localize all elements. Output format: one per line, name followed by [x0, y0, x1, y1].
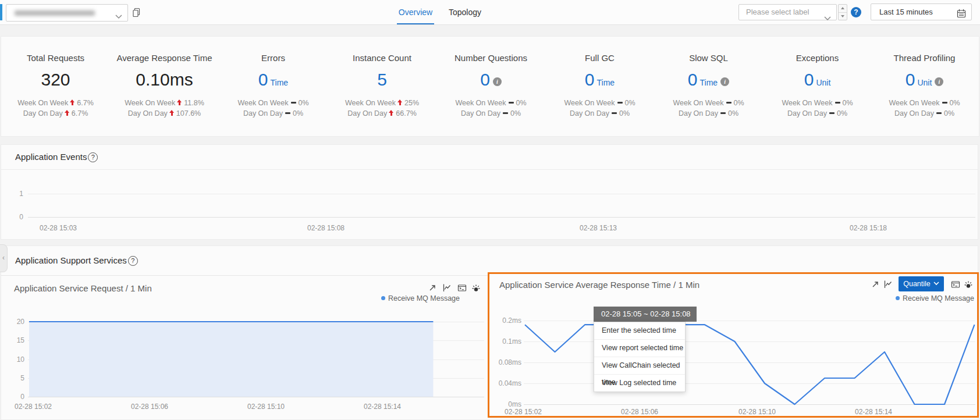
left-chart-title: Application Service Request / 1 Min: [14, 283, 152, 293]
label-select-placeholder: Please select label: [746, 8, 809, 16]
stat-card-number-questions: Number Questions 0i Week On Week0% Day O…: [436, 37, 545, 118]
left-xtick: 02-28 15:14: [356, 403, 409, 411]
expand-icon[interactable]: [428, 283, 437, 295]
stat-value: 0: [258, 70, 268, 89]
stat-card-errors: Errors 0Time Week On Week0% Day On Day0%: [219, 37, 328, 118]
help-icon[interactable]: ?: [851, 7, 861, 17]
help-question-icon[interactable]: ?: [128, 256, 138, 266]
chevron-down-icon: [115, 11, 122, 22]
trend-flat-icon: [509, 102, 514, 104]
line-chart-icon[interactable]: [442, 283, 452, 295]
left-xtick: 02-28 15:06: [123, 403, 176, 411]
section-title: Application Support Services: [15, 255, 127, 265]
stepper-up-icon[interactable]: [839, 5, 847, 12]
left-chart-legend[interactable]: Receive MQ Message: [326, 294, 460, 302]
selected-time-range-tooltip: 02-28 15:05 ~ 02-28 15:08: [594, 307, 697, 322]
trend-flat-icon: [291, 102, 296, 104]
right-ytick: 0ms: [496, 400, 521, 408]
line-chart-icon[interactable]: [883, 280, 893, 291]
collapse-sidebar-handle[interactable]: ‹: [0, 244, 8, 272]
info-icon[interactable]: i: [935, 77, 943, 86]
right-chart-legend[interactable]: Receive MQ Message: [840, 294, 974, 302]
calendar-icon: [957, 8, 966, 23]
terminal-icon[interactable]: [457, 283, 467, 295]
trend-up-icon: [70, 99, 75, 105]
info-icon[interactable]: i: [720, 77, 729, 86]
events-xtick: 02-28 15:03: [32, 224, 84, 232]
right-ytick: 0.08ms: [496, 358, 521, 366]
stat-value: 0: [585, 70, 595, 89]
stat-title: Average Response Time: [110, 53, 219, 63]
tab-overview[interactable]: Overview: [397, 0, 434, 24]
events-xtick: 02-28 15:08: [300, 224, 352, 232]
stat-title: Errors: [219, 53, 328, 63]
application-events-panel: Application Events?: [1, 144, 978, 240]
menu-item-view-callchain-selected-time[interactable]: View CallChain selected time: [594, 357, 685, 375]
right-xtick: 02-28 15:06: [613, 408, 666, 416]
right-xtick: 02-28 15:14: [847, 408, 900, 416]
left-ytick: 0: [5, 393, 24, 401]
info-icon[interactable]: i: [493, 77, 502, 86]
stat-value: 320: [41, 70, 70, 89]
stepper-down-icon[interactable]: [839, 12, 847, 20]
tab-topology[interactable]: Topology: [446, 0, 484, 23]
quantile-dropdown-button[interactable]: Quantile: [899, 276, 944, 291]
apm-dashboard-page: Overview Topology Please select label ? …: [0, 0, 980, 420]
terminal-icon[interactable]: [951, 280, 960, 291]
application-events-header: Application Events?: [1, 145, 978, 170]
avg-response-time-chart-plot[interactable]: [524, 314, 975, 407]
events-ytick: 1: [9, 190, 23, 198]
stat-title: Total Requests: [1, 53, 110, 63]
application-support-services-header: Application Support Services?: [1, 246, 978, 276]
stat-value: 0: [688, 70, 698, 89]
stat-unit: Unit: [816, 78, 830, 87]
stat-unit: Time: [700, 78, 718, 87]
gridline: [28, 217, 975, 218]
time-range-picker[interactable]: Last 15 minutes: [871, 3, 972, 20]
help-question-icon[interactable]: ?: [88, 152, 98, 162]
time-range-value: Last 15 minutes: [879, 8, 933, 16]
stat-title: Number Questions: [436, 53, 545, 63]
label-stepper[interactable]: [838, 4, 847, 20]
left-ytick: 10: [5, 355, 24, 364]
expand-icon[interactable]: [871, 280, 880, 291]
copy-icon[interactable]: [132, 8, 141, 20]
trend-up-icon: [397, 99, 403, 105]
trend-up-icon: [389, 110, 394, 116]
stat-title: Slow SQL: [654, 53, 763, 63]
stat-title: Instance Count: [328, 53, 436, 63]
trend-flat-icon: [726, 102, 732, 104]
stat-unit: Unit: [917, 78, 932, 87]
chart-context-menu: Enter the selected time View report sele…: [594, 322, 686, 392]
trend-up-icon: [65, 110, 70, 116]
service-request-chart-plot[interactable]: [28, 318, 484, 399]
right-xtick: 02-28 15:10: [731, 408, 783, 416]
stat-card-total-requests: Total Requests 320 Week On Week6.7% Day …: [1, 37, 110, 118]
label-select[interactable]: Please select label: [738, 4, 837, 20]
trend-flat-icon: [936, 112, 942, 114]
trend-flat-icon: [617, 102, 623, 104]
stat-title: Thread Profiling: [870, 53, 979, 63]
stat-card-instance-count: Instance Count 5 Week On Week25% Day On …: [328, 37, 436, 118]
left-ytick: 5: [5, 374, 24, 382]
chevron-down-icon: [824, 11, 831, 26]
stat-card-slow-sql: Slow SQL 0Timei Week On Week0% Day On Da…: [654, 37, 763, 118]
trend-flat-icon: [835, 102, 840, 104]
menu-item-enter-selected-time[interactable]: Enter the selected time: [594, 322, 685, 340]
metrics-panel: Total Requests 320 Week On Week6.7% Day …: [1, 36, 979, 137]
stat-title: Full GC: [545, 53, 654, 63]
topbar: Overview Topology Please select label ? …: [0, 0, 980, 25]
application-select[interactable]: [6, 4, 128, 22]
stat-value: 5: [377, 70, 387, 89]
trend-up-icon: [177, 99, 182, 105]
alert-icon[interactable]: [471, 283, 481, 295]
trend-flat-icon: [503, 112, 508, 114]
alert-icon[interactable]: [964, 280, 973, 291]
trend-up-icon: [169, 110, 175, 116]
legend-dot: [896, 296, 900, 300]
menu-item-view-report-selected-time[interactable]: View report selected time: [594, 340, 685, 357]
trend-flat-icon: [285, 112, 290, 114]
events-xtick: 02-28 15:18: [842, 224, 894, 232]
menu-item-view-log-selected-time[interactable]: View Log selected time: [594, 375, 685, 391]
trend-flat-icon: [612, 112, 617, 114]
